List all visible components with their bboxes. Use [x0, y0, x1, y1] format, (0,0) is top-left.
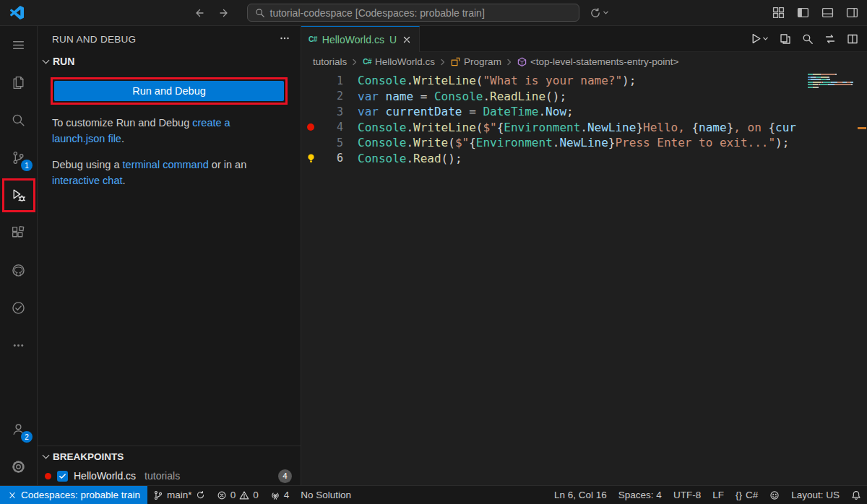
- split-editor-icon[interactable]: [847, 33, 858, 45]
- branch-label: main*: [167, 490, 192, 500]
- branch-indicator[interactable]: main*: [147, 486, 211, 504]
- breadcrumb-symbol-label: Program: [464, 56, 501, 67]
- encoding-indicator[interactable]: UTF-8: [668, 486, 707, 504]
- views-and-more-actions-icon[interactable]: [279, 32, 290, 46]
- breadcrumb-folder[interactable]: tutorials: [313, 56, 347, 67]
- notifications-bell[interactable]: [845, 486, 867, 504]
- minimap-line: [808, 82, 857, 83]
- problems-indicator[interactable]: 0 0: [211, 486, 264, 504]
- interactive-chat-link[interactable]: interactive chat: [52, 175, 123, 186]
- remote-icon: [7, 490, 17, 500]
- glyph-margin[interactable]: [301, 89, 320, 105]
- sidebar-item-source-control[interactable]: 1: [0, 139, 37, 176]
- open-changes-icon[interactable]: [780, 33, 791, 45]
- code-text[interactable]: Console.Write($"{Environment.NewLine}Pre…: [343, 136, 789, 149]
- tab-label: HelloWorld.cs: [322, 34, 384, 45]
- ports-indicator[interactable]: 4: [264, 486, 296, 504]
- toggle-secondary-sidebar-icon[interactable]: [845, 6, 858, 19]
- overview-ruler[interactable]: [857, 71, 867, 485]
- code-line[interactable]: 6Console.Read();: [301, 151, 867, 167]
- go-forward-icon[interactable]: [218, 6, 231, 19]
- breadcrumb-file[interactable]: HelloWorld.cs: [363, 56, 435, 67]
- breadcrumb-file-label: HelloWorld.cs: [375, 56, 435, 67]
- close-tab-icon[interactable]: [402, 35, 412, 45]
- breakpoint-line-badge: 4: [278, 469, 292, 483]
- sidebar-item-testing[interactable]: [0, 289, 37, 326]
- minimap-line: [808, 74, 857, 75]
- breakpoints-title: BREAKPOINTS: [53, 451, 124, 462]
- code-text[interactable]: var currentDate = DateTime.Now;: [343, 105, 574, 118]
- breakpoint-checkbox[interactable]: [57, 471, 68, 482]
- debug-hint-text: Debug using a terminal command or in an …: [52, 157, 265, 188]
- command-center-search[interactable]: tutorial-codespace [Codespaces: probable…: [247, 4, 579, 22]
- breakpoints-section-header[interactable]: BREAKPOINTS: [38, 446, 301, 466]
- glyph-margin[interactable]: [301, 135, 320, 151]
- sidebar-item-explorer[interactable]: [0, 64, 37, 101]
- warning-icon: [239, 490, 249, 500]
- chevron-right-icon: [439, 58, 447, 66]
- code-text[interactable]: Console.WriteLine("What is your name?");: [343, 74, 636, 87]
- search-editor-icon[interactable]: [802, 33, 814, 45]
- indentation-indicator[interactable]: Spaces: 4: [613, 486, 668, 504]
- go-back-icon[interactable]: [192, 6, 205, 19]
- settings-gear-icon[interactable]: [0, 448, 37, 485]
- breadcrumb-entry-point[interactable]: <top-level-statements-entry-point>: [517, 56, 679, 67]
- bell-icon: [851, 490, 861, 500]
- code-line[interactable]: 4Console.WriteLine($"{Environment.NewLin…: [301, 120, 867, 136]
- menu-icon[interactable]: [0, 26, 37, 64]
- minimap[interactable]: [808, 74, 857, 90]
- breakpoint-file-name: HelloWorld.cs: [74, 470, 136, 482]
- minimap-line: [808, 79, 857, 80]
- encoding-label: UTF-8: [673, 490, 701, 500]
- toggle-panel-icon[interactable]: [821, 6, 834, 19]
- eol-indicator[interactable]: LF: [707, 486, 730, 504]
- run-and-debug-button[interactable]: Run and Debug: [54, 81, 284, 101]
- csharp-file-icon: [309, 35, 317, 43]
- eol-label: LF: [712, 490, 724, 500]
- sidebar-item-extensions[interactable]: [0, 214, 37, 251]
- toggle-primary-sidebar-icon[interactable]: [796, 6, 809, 19]
- more-views-icon[interactable]: [0, 326, 37, 364]
- language-mode-indicator[interactable]: {} C#: [730, 486, 764, 504]
- symbol-class-icon: [451, 57, 460, 66]
- keyboard-layout-label: Layout: US: [791, 490, 840, 500]
- glyph-margin[interactable]: [301, 151, 320, 167]
- breakpoint-dot[interactable]: [307, 123, 314, 131]
- vscode-logo-icon: [9, 5, 25, 21]
- feedback-indicator[interactable]: [764, 486, 785, 504]
- glyph-margin[interactable]: [301, 73, 320, 89]
- title-bar: tutorial-codespace [Codespaces: probable…: [0, 0, 867, 26]
- sidebar-item-github[interactable]: [0, 251, 37, 289]
- customize-layout-icon[interactable]: [772, 6, 785, 19]
- remote-indicator[interactable]: Codespaces: probable train: [0, 486, 147, 504]
- run-or-debug-button[interactable]: [750, 32, 769, 45]
- glyph-margin[interactable]: [301, 120, 320, 136]
- run-section-header[interactable]: RUN: [38, 52, 301, 71]
- terminal-command-link[interactable]: terminal command: [123, 159, 209, 170]
- breakpoints-section: BREAKPOINTS HelloWorld.cs tutorials 4: [38, 446, 301, 485]
- solution-indicator[interactable]: No Solution: [295, 486, 357, 504]
- cursor-position[interactable]: Ln 6, Col 16: [548, 486, 613, 504]
- code-editor[interactable]: 1Console.WriteLine("What is your name?")…: [301, 71, 867, 485]
- backup-sync-button[interactable]: [590, 7, 609, 19]
- line-number: 3: [320, 105, 343, 118]
- glyph-margin[interactable]: [301, 104, 320, 120]
- code-line[interactable]: 2var name = Console.ReadLine();: [301, 89, 867, 105]
- code-line[interactable]: 5Console.Write($"{Environment.NewLine}Pr…: [301, 135, 867, 151]
- code-text[interactable]: var name = Console.ReadLine();: [343, 90, 566, 103]
- code-text[interactable]: Console.WriteLine($"{Environment.NewLine…: [343, 121, 796, 134]
- chevron-down-icon: [43, 451, 50, 459]
- breakpoint-list-item[interactable]: HelloWorld.cs tutorials 4: [38, 466, 301, 485]
- keyboard-layout-indicator[interactable]: Layout: US: [785, 486, 845, 504]
- breadcrumb-symbol-program[interactable]: Program: [451, 56, 501, 67]
- compare-changes-icon[interactable]: [824, 33, 836, 45]
- tab-helloworld-cs[interactable]: HelloWorld.cs U: [301, 26, 420, 52]
- sidebar-item-run-and-debug[interactable]: [0, 176, 37, 214]
- code-text[interactable]: Console.Read();: [343, 152, 462, 165]
- sidebar-item-search[interactable]: [0, 101, 37, 139]
- breakpoint-file-folder: tutorials: [144, 470, 180, 482]
- accounts-icon[interactable]: 2: [0, 410, 37, 448]
- code-line[interactable]: 1Console.WriteLine("What is your name?")…: [301, 73, 867, 89]
- lightbulb-icon[interactable]: [306, 153, 316, 164]
- code-line[interactable]: 3var currentDate = DateTime.Now;: [301, 104, 867, 120]
